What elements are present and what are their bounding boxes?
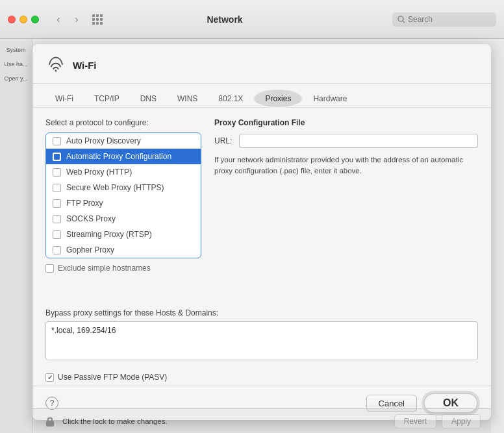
help-button[interactable]: ?	[45, 397, 58, 410]
tab-proxies[interactable]: Proxies	[254, 90, 302, 108]
url-input[interactable]	[239, 134, 478, 148]
lock-row: Click the lock to make changes.	[43, 414, 168, 428]
sidebar: System Use ha... Open y...	[0, 39, 32, 433]
lock-text: Click the lock to make changes.	[62, 417, 168, 425]
lock-icon[interactable]	[43, 414, 57, 428]
tab-tcpip[interactable]: TCP/IP	[84, 90, 129, 108]
revert-button[interactable]: Revert	[394, 414, 436, 428]
protocol-list: Auto Proxy Discovery Automatic Proxy Con…	[45, 132, 201, 258]
left-panel: Select a protocol to configure: Auto Pro…	[45, 118, 201, 298]
pasv-label: Use Passive FTP Mode (PASV)	[58, 373, 167, 382]
right-panel: Proxy Configuration File URL: If your ne…	[214, 118, 478, 298]
protocol-web-proxy-http-checkbox[interactable]	[53, 168, 61, 177]
svg-line-1	[403, 21, 405, 23]
protocol-gopher-proxy-checkbox[interactable]	[53, 246, 61, 254]
protocol-streaming-proxy-checkbox[interactable]	[53, 230, 61, 239]
bypass-section: Bypass proxy settings for these Hosts & …	[32, 308, 491, 369]
protocol-list-label: Select a protocol to configure:	[45, 118, 201, 127]
traffic-lights	[8, 16, 39, 23]
protocol-auto-config[interactable]: Automatic Proxy Configuration	[46, 149, 201, 164]
maximize-button[interactable]	[31, 16, 39, 23]
search-icon	[397, 16, 405, 23]
pasv-row: ✓ Use Passive FTP Mode (PASV)	[32, 369, 491, 386]
sidebar-item-system[interactable]: System	[3, 44, 29, 56]
close-button[interactable]	[8, 16, 16, 23]
tab-wins[interactable]: WINS	[168, 90, 207, 108]
exclude-hostnames-label: Exclude simple hostnames	[58, 264, 151, 273]
protocol-socks-proxy-checkbox[interactable]	[53, 215, 61, 223]
svg-point-2	[55, 70, 57, 72]
protocol-gopher-proxy[interactable]: Gopher Proxy	[46, 242, 201, 258]
url-row: URL:	[214, 134, 478, 148]
dialog-header: Wi-Fi	[32, 44, 491, 84]
protocol-ftp-proxy-checkbox[interactable]	[53, 199, 61, 208]
tab-wifi[interactable]: Wi-Fi	[45, 90, 83, 108]
protocol-secure-web-proxy[interactable]: Secure Web Proxy (HTTPS)	[46, 180, 201, 195]
apply-button[interactable]: Apply	[442, 414, 481, 428]
svg-point-0	[398, 16, 403, 21]
protocol-auto-config-checkbox[interactable]	[53, 153, 61, 161]
bottom-buttons: Revert Apply	[394, 414, 481, 428]
bottom-bar: Click the lock to make changes. Revert A…	[32, 408, 491, 433]
network-dialog: Wi-Fi Wi-Fi TCP/IP DNS WINS 802.1X Proxi…	[32, 44, 491, 420]
protocol-socks-proxy[interactable]: SOCKS Proxy	[46, 211, 201, 227]
exclude-hostnames-checkbox[interactable]	[45, 264, 54, 273]
window-chrome: ‹ › Network	[0, 0, 504, 39]
tab-hardware[interactable]: Hardware	[303, 90, 357, 108]
tab-bar: Wi-Fi TCP/IP DNS WINS 802.1X Proxies Har…	[32, 84, 491, 108]
tab-8021x[interactable]: 802.1X	[208, 90, 253, 108]
bypass-label: Bypass proxy settings for these Hosts & …	[45, 308, 478, 317]
minimize-button[interactable]	[19, 16, 27, 23]
protocol-ftp-proxy[interactable]: FTP Proxy	[46, 195, 201, 211]
pasv-check-mark: ✓	[47, 374, 53, 381]
svg-rect-3	[46, 421, 54, 427]
bypass-textarea[interactable]: *.local, 169.254/16	[45, 321, 478, 360]
protocol-auto-discovery-checkbox[interactable]	[53, 137, 61, 145]
pasv-checkbox[interactable]: ✓	[45, 373, 54, 382]
protocol-secure-web-proxy-checkbox[interactable]	[53, 184, 61, 192]
window-title: Network	[57, 14, 392, 25]
exclude-hostnames-row: Exclude simple hostnames	[45, 264, 201, 273]
protocol-auto-discovery[interactable]: Auto Proxy Discovery	[46, 133, 201, 149]
dialog-title: Wi-Fi	[73, 60, 97, 71]
content-area: Select a protocol to configure: Auto Pro…	[32, 108, 491, 308]
protocol-web-proxy-http[interactable]: Web Proxy (HTTP)	[46, 164, 201, 180]
sidebar-item-use-hardware[interactable]: Use ha...	[3, 58, 29, 70]
proxy-info-text: If your network administrator provided y…	[214, 155, 478, 177]
protocol-streaming-proxy[interactable]: Streaming Proxy (RTSP)	[46, 227, 201, 242]
proxy-config-title: Proxy Configuration File	[214, 118, 478, 127]
search-bar[interactable]	[392, 12, 496, 27]
tab-dns[interactable]: DNS	[131, 90, 166, 108]
sidebar-item-open[interactable]: Open y...	[3, 73, 29, 84]
search-input[interactable]	[408, 15, 486, 24]
wifi-icon	[45, 55, 66, 75]
url-label: URL:	[214, 136, 234, 145]
